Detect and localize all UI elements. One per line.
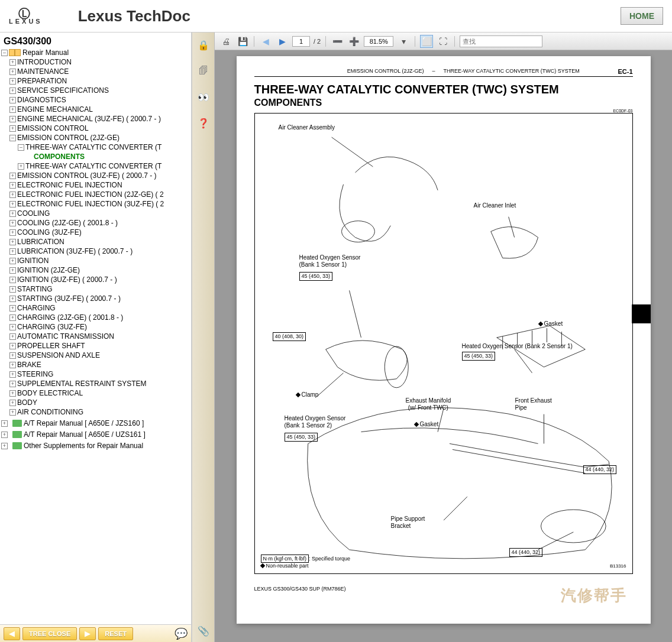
label-exhaust-manifold: Exhaust Manifold (w/ Front TWC) [406, 397, 451, 411]
tree-item[interactable]: +ELECTRONIC FUEL INJECTION (2JZ-GE) ( 2 [1, 190, 190, 199]
svg-point-2 [541, 510, 606, 543]
tree-item[interactable]: +PROPELLER SHAFT [1, 341, 190, 351]
tree-item[interactable]: –THREE-WAY CATALYTIC CONVERTER (T [1, 142, 190, 152]
sidebar-footer: ◀ TREE CLOSE ▶ RESET 💬 [0, 624, 191, 642]
tree-item[interactable]: +ENGINE MECHANICAL (3UZ-FE) ( 2000.7 - ) [1, 114, 190, 124]
prev-button[interactable]: ◀ [4, 627, 20, 640]
tree-item[interactable]: COMPONENTS [1, 152, 190, 161]
binoculars-icon[interactable]: 👀 [197, 90, 210, 103]
tree-item[interactable]: +PREPARATION [1, 76, 190, 86]
tree-item[interactable]: +AIR CONDITIONING [1, 407, 190, 417]
tree-item[interactable]: +IGNITION (2JZ-GE) [1, 265, 190, 275]
label-clamp: Clamp [302, 391, 319, 398]
tree-item[interactable]: +SUSPENSION AND AXLE [1, 351, 190, 360]
fit-page-icon[interactable]: ⛶ [437, 35, 450, 48]
tree-item[interactable]: +STARTING [1, 284, 190, 294]
svg-line-7 [316, 373, 343, 397]
tree-item[interactable]: +CHARGING (2JZ-GE) ( 2001.8 - ) [1, 313, 190, 322]
tree-item[interactable]: +BODY ELECTRICAL [1, 388, 190, 398]
print-icon[interactable]: 🖨 [219, 35, 232, 48]
tree-item[interactable]: +INTRODUCTION [1, 57, 190, 67]
page-input[interactable] [292, 36, 310, 47]
torque-44b: 44 (440, 32) [509, 548, 543, 557]
torque-45a: 45 (450, 33) [299, 272, 333, 281]
tree-item[interactable]: +ENGINE MECHANICAL [1, 105, 190, 114]
document-viewport[interactable]: EMISSION CONTROL (2JZ-GE) – THREE-WAY CA… [215, 50, 672, 642]
tree-item[interactable]: +COOLING (2JZ-GE) ( 2001.8 - ) [1, 218, 190, 228]
zoom-out-icon[interactable]: ➖ [331, 35, 344, 48]
diagram-svg [255, 114, 632, 573]
vertical-toolstrip: 🔒 🗐 👀 ❓ 📎 [192, 33, 215, 642]
tree-item[interactable]: +EMISSION CONTROL (3UZ-FE) ( 2000.7 - ) [1, 171, 190, 180]
model-title: GS430/300 [1, 35, 190, 48]
nav-prev-icon[interactable]: ◀ [259, 35, 272, 48]
doc-title: THREE-WAY CATALYTIC CONVERTER (TWC) SYST… [254, 83, 633, 96]
search-input[interactable] [460, 35, 542, 47]
diagram-code: B13316 [610, 563, 626, 569]
chat-icon[interactable]: 💬 [175, 627, 188, 640]
tree-item[interactable]: +SERVICE SPECIFICATIONS [1, 86, 190, 95]
help-icon[interactable]: ❓ [197, 116, 210, 129]
tree-item[interactable]: +SUPPLEMENTAL RESTRAINT SYSTEM [1, 379, 190, 388]
torque-45b: 45 (450, 33) [462, 352, 496, 361]
tree-close-button[interactable]: TREE CLOSE [22, 627, 77, 640]
tree-item[interactable]: +COOLING (3UZ-FE) [1, 228, 190, 237]
zoom-in-icon[interactable]: ➕ [347, 35, 360, 48]
tree-item[interactable]: +EMISSION CONTROL [1, 124, 190, 133]
tree-item[interactable]: +STEERING [1, 369, 190, 379]
label-air-inlet: Air Cleaner Inlet [474, 202, 516, 209]
page-total: / 2 [314, 38, 321, 45]
zoom-dropdown-icon[interactable]: ▾ [397, 35, 410, 48]
save-icon[interactable]: 💾 [236, 35, 249, 48]
tree-item[interactable]: +DIAGNOSTICS [1, 95, 190, 105]
logo-section: Ⓛ LEXUS Lexus TechDoc [9, 7, 190, 25]
lexus-logo: Ⓛ LEXUS [9, 8, 43, 25]
lock-icon[interactable]: 🔒 [197, 38, 210, 51]
torque-40: 40 (408, 30) [273, 332, 306, 341]
copy-icon[interactable]: 🗐 [197, 64, 210, 77]
label-gasket2: Gasket [420, 421, 439, 427]
tree-item[interactable]: +MAINTENANCE [1, 67, 190, 76]
tree-item[interactable]: +BODY [1, 398, 190, 407]
fit-split-icon[interactable]: ⬜ [420, 35, 433, 48]
label-air-cleaner: Air Cleaner Assembly [279, 124, 335, 131]
navigation-sidebar: GS430/300 –Repair Manual+INTRODUCTION+MA… [0, 33, 192, 642]
zoom-input[interactable] [364, 36, 393, 47]
doc-header-topic: THREE-WAY CATALYTIC CONVERTER (TWC) SYST… [438, 68, 618, 75]
tree-item[interactable]: +LUBRICATION (3UZ-FE) ( 2000.7 - ) [1, 247, 190, 256]
tree-item[interactable]: +IGNITION (3UZ-FE) ( 2000.7 - ) [1, 275, 190, 284]
label-pipe-support: Pipe Support Bracket [391, 515, 425, 530]
tree-root[interactable]: –Repair Manual [1, 48, 190, 57]
tree-item[interactable]: +CHARGING (3UZ-FE) [1, 322, 190, 332]
tree-item[interactable]: +STARTING (3UZ-FE) ( 2000.7 - ) [1, 294, 190, 303]
tree-item[interactable]: +THREE-WAY CATALYTIC CONVERTER (T [1, 161, 190, 171]
doc-subtitle: COMPONENTS [254, 98, 322, 108]
tree-item[interactable]: +ELECTRONIC FUEL INJECTION [1, 180, 190, 190]
attachment-icon[interactable]: 📎 [197, 624, 210, 637]
nav-next-icon[interactable]: ▶ [276, 35, 289, 48]
label-ho2s-b1s2: Heated Oxygen Sensor (Bank 1 Sensor 2) [285, 415, 346, 429]
tree-item[interactable]: +COOLING [1, 209, 190, 218]
components-diagram: Air Cleaner Assembly Air Cleaner Inlet H… [254, 113, 633, 574]
app-header: Ⓛ LEXUS Lexus TechDoc HOME [0, 0, 672, 33]
next-button[interactable]: ▶ [79, 627, 96, 640]
torque-legend: N·m (kgf·cm, ft·lbf): Specified torque N… [261, 555, 351, 569]
svg-point-1 [385, 346, 408, 388]
app-title: Lexus TechDoc [78, 7, 190, 25]
book-item[interactable]: +A/T Repair Manual [ A650E / UZS161 ] [1, 430, 190, 439]
torque-45c: 45 (450, 33) [285, 433, 318, 442]
label-front-exhaust: Front Exhaust Pipe [515, 397, 552, 411]
tree-item[interactable]: +BRAKE [1, 360, 190, 369]
svg-line-6 [514, 349, 532, 373]
tree-item[interactable]: +CHARGING [1, 303, 190, 313]
book-item[interactable]: +Other Supplements for Repair Manual [1, 441, 190, 450]
reset-button[interactable]: RESET [98, 627, 133, 640]
tree-item[interactable]: +AUTOMATIC TRANSMISSION [1, 332, 190, 341]
tree-item[interactable]: +IGNITION [1, 256, 190, 265]
tree-item[interactable]: –EMISSION CONTROL (2JZ-GE) [1, 133, 190, 142]
tree-item[interactable]: +ELECTRONIC FUEL INJECTION (3UZ-FE) ( 2 [1, 199, 190, 209]
book-item[interactable]: +A/T Repair Manual [ A650E / JZS160 ] [1, 419, 190, 428]
tree-item[interactable]: +LUBRICATION [1, 237, 190, 247]
home-button[interactable]: HOME [621, 7, 663, 25]
watermark: 汽修帮手 [561, 585, 627, 606]
